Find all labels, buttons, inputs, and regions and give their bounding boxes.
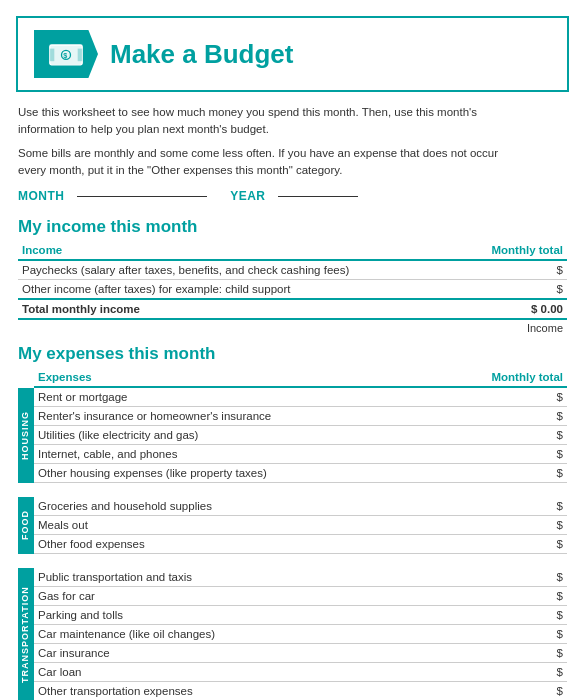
category-table: Rent or mortgage $ Renter's insurance or…	[34, 388, 567, 483]
expense-row-label: Rent or mortgage	[34, 388, 487, 407]
category-table: Groceries and household supplies $ Meals…	[34, 497, 567, 554]
expense-row-value[interactable]: $	[487, 606, 567, 625]
expenses-header-table: Expenses Monthly total	[34, 368, 567, 388]
income-section-title: My income this month	[18, 217, 567, 237]
expense-row-value[interactable]: $	[487, 464, 567, 483]
header-title: Make a Budget	[110, 39, 294, 70]
income-total-row: Total monthly income $ 0.00	[18, 299, 567, 319]
expense-row-value[interactable]: $	[487, 407, 567, 426]
category-side-label: HOUSING	[18, 388, 34, 483]
expenses-section: My expenses this month Expenses Monthly …	[18, 344, 567, 700]
income-row-label: Other income (after taxes) for example: …	[18, 280, 487, 300]
expense-row-label: Parking and tolls	[34, 606, 487, 625]
expense-row: Other transportation expenses $	[34, 682, 567, 701]
expense-row-value[interactable]: $	[487, 644, 567, 663]
header-icon-bg: $	[34, 30, 98, 78]
income-col-header: Income	[18, 241, 487, 260]
expense-row: Gas for car $	[34, 587, 567, 606]
expense-row-label: Other food expenses	[34, 535, 487, 554]
expense-row-value[interactable]: $	[487, 388, 567, 407]
income-total-label: Total monthly income	[18, 299, 487, 319]
expense-row-label: Internet, cable, and phones	[34, 445, 487, 464]
income-row-value[interactable]: $	[487, 260, 567, 280]
income-col-monthly-header: Monthly total	[487, 241, 567, 260]
expense-row: Internet, cable, and phones $	[34, 445, 567, 464]
expense-category: FOOD Groceries and household supplies $ …	[18, 497, 567, 554]
expense-row-value[interactable]: $	[487, 445, 567, 464]
expense-row-label: Meals out	[34, 516, 487, 535]
expense-row-value[interactable]: $	[487, 535, 567, 554]
category-side-label: FOOD	[18, 497, 34, 554]
expense-row-value[interactable]: $	[487, 516, 567, 535]
expense-row: Other food expenses $	[34, 535, 567, 554]
expense-row-label: Utilities (like electricity and gas)	[34, 426, 487, 445]
expense-row-label: Other transportation expenses	[34, 682, 487, 701]
month-input-line[interactable]	[77, 196, 207, 197]
expense-row-label: Car insurance	[34, 644, 487, 663]
expense-row: Car insurance $	[34, 644, 567, 663]
expense-row: Car maintenance (like oil changes) $	[34, 625, 567, 644]
expense-category: HOUSING Rent or mortgage $ Renter's insu…	[18, 388, 567, 483]
expenses-categories: HOUSING Rent or mortgage $ Renter's insu…	[18, 388, 567, 700]
intro-line1: Use this worksheet to see how much money…	[18, 104, 567, 139]
income-section: My income this month Income Monthly tota…	[18, 217, 567, 334]
svg-rect-5	[78, 49, 83, 62]
money-icon: $	[48, 40, 84, 68]
expense-row: Other housing expenses (like property ta…	[34, 464, 567, 483]
expense-row-value[interactable]: $	[487, 426, 567, 445]
svg-text:$: $	[63, 52, 67, 61]
expense-row-value[interactable]: $	[487, 587, 567, 606]
year-input-line[interactable]	[278, 196, 358, 197]
expense-row: Utilities (like electricity and gas) $	[34, 426, 567, 445]
income-row-value[interactable]: $	[487, 280, 567, 300]
month-label: MONTH	[18, 189, 65, 203]
income-table: Income Monthly total Paychecks (salary a…	[18, 241, 567, 320]
expense-row-label: Car loan	[34, 663, 487, 682]
expense-row: Renter's insurance or homeowner's insura…	[34, 407, 567, 426]
expense-row-value[interactable]: $	[487, 663, 567, 682]
month-year-row: MONTH YEAR	[18, 189, 567, 203]
expenses-col-header: Expenses	[34, 368, 267, 387]
expense-row-label: Renter's insurance or homeowner's insura…	[34, 407, 487, 426]
expenses-col-monthly-header: Monthly total	[267, 368, 567, 387]
expense-row: Car loan $	[34, 663, 567, 682]
header: $ Make a Budget	[16, 16, 569, 92]
svg-rect-4	[50, 49, 55, 62]
expense-row: Parking and tolls $	[34, 606, 567, 625]
expense-row-value[interactable]: $	[487, 568, 567, 587]
expense-row: Rent or mortgage $	[34, 388, 567, 407]
category-table: Public transportation and taxis $ Gas fo…	[34, 568, 567, 700]
expense-row-label: Car maintenance (like oil changes)	[34, 625, 487, 644]
expense-row: Groceries and household supplies $	[34, 497, 567, 516]
income-note: Income	[18, 322, 567, 334]
expense-row: Public transportation and taxis $	[34, 568, 567, 587]
year-label: YEAR	[230, 189, 265, 203]
expense-row-label: Public transportation and taxis	[34, 568, 487, 587]
expense-row-value[interactable]: $	[487, 625, 567, 644]
expenses-section-title: My expenses this month	[18, 344, 567, 364]
expense-row-value[interactable]: $	[487, 682, 567, 701]
income-row: Paychecks (salary after taxes, benefits,…	[18, 260, 567, 280]
expense-row-label: Gas for car	[34, 587, 487, 606]
category-side-label: TRANSPORTATION	[18, 568, 34, 700]
income-row: Other income (after taxes) for example: …	[18, 280, 567, 300]
income-row-label: Paychecks (salary after taxes, benefits,…	[18, 260, 487, 280]
expense-row-label: Other housing expenses (like property ta…	[34, 464, 487, 483]
intro-line2: Some bills are monthly and some come les…	[18, 145, 567, 180]
expense-row-value[interactable]: $	[487, 497, 567, 516]
expense-row-label: Groceries and household supplies	[34, 497, 487, 516]
expense-row: Meals out $	[34, 516, 567, 535]
expense-category: TRANSPORTATION Public transportation and…	[18, 568, 567, 700]
income-total-value: $ 0.00	[487, 299, 567, 319]
